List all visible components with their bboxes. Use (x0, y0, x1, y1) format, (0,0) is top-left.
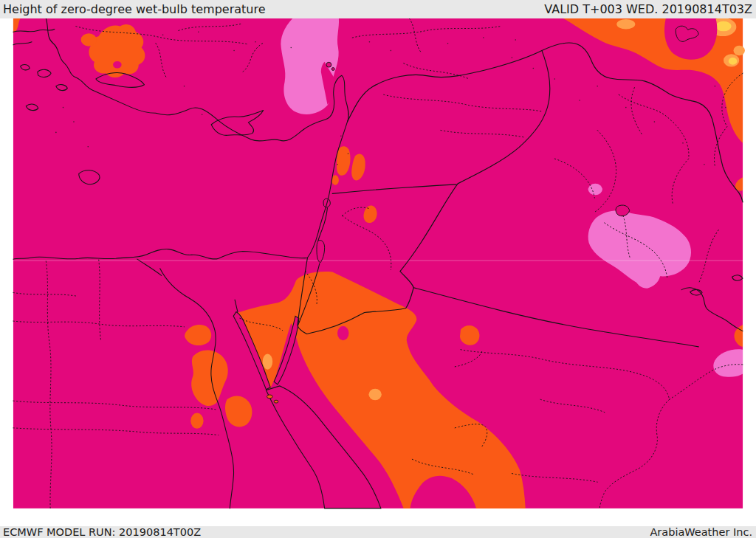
map-canvas (0, 18, 756, 526)
map-title: Height of zero-degree wet-bulb temperatu… (3, 1, 266, 18)
red-sea-island (274, 400, 278, 403)
title-bar: Height of zero-degree wet-bulb temperatu… (0, 0, 756, 18)
forecast-field-map (0, 18, 756, 526)
model-run-label: ECMWF MODEL RUN: 20190814T00Z (3, 526, 201, 538)
credit-bar: ECMWF MODEL RUN: 20190814T00Z ArabiaWeat… (0, 526, 756, 538)
red-sea-island (267, 395, 272, 399)
turkish-lake (331, 68, 334, 71)
provider-credit: ArabiaWeather Inc. (650, 526, 752, 538)
turkish-lake (326, 62, 331, 67)
valid-time-label: VALID T+003 WED. 20190814T03Z (544, 1, 752, 18)
weather-map-screenshot: Height of zero-degree wet-bulb temperatu… (0, 0, 756, 538)
lake-tharthar (616, 205, 630, 216)
